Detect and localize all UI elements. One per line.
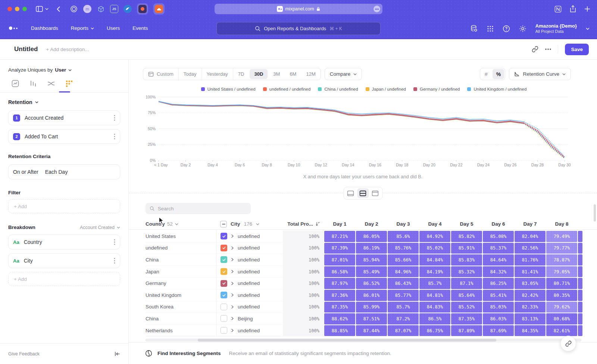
criteria-card[interactable]: On or After Each Day <box>8 164 120 179</box>
retention-value-cell[interactable]: 81.41% <box>514 266 546 278</box>
retention-chart[interactable]: 100%75%50%25%0%< 1 DayDay 2Day 4Day 6Day… <box>142 93 582 174</box>
retention-value-cell[interactable]: 87.21% <box>324 230 356 242</box>
nav-link-dashboards[interactable]: Dashboards <box>31 25 58 31</box>
sidebar-chevron-icon[interactable] <box>45 8 49 10</box>
share-link-fab[interactable] <box>560 336 576 351</box>
retention-value-cell[interactable]: 86.25% <box>482 277 514 289</box>
retention-value-cell[interactable]: 80.71% <box>546 277 578 289</box>
retention-value-cell[interactable]: 79.49% <box>546 230 578 242</box>
data-management-icon[interactable] <box>470 25 478 32</box>
row-checkbox[interactable] <box>221 315 227 322</box>
retention-value-cell[interactable]: 85.32% <box>451 266 482 278</box>
retention-value-cell[interactable]: 84.35% <box>514 325 546 337</box>
retention-value-cell[interactable]: 85.66% <box>387 254 419 266</box>
absolute-mode-button[interactable]: # <box>480 68 492 80</box>
day-column-header[interactable]: Day 4 <box>419 221 451 227</box>
retention-value-cell[interactable]: 84.32% <box>482 266 514 278</box>
retention-value-cell[interactable]: 88.85% <box>324 325 356 337</box>
day-column-header[interactable]: Day 5 <box>451 221 482 227</box>
retention-value-cell[interactable]: 87.35% <box>324 301 356 313</box>
day-column-header[interactable]: Day 3 <box>387 221 419 227</box>
new-tab-icon[interactable] <box>584 6 590 12</box>
retention-value-cell[interactable]: 87.89% <box>451 325 482 337</box>
retention-value-cell[interactable]: 83.05% <box>514 277 546 289</box>
retention-value-cell[interactable]: 87.36% <box>324 289 356 301</box>
retention-value-cell[interactable]: 79.05% <box>546 266 578 278</box>
retention-value-cell[interactable]: 87.01% <box>324 254 356 266</box>
retention-value-cell[interactable]: 85.76% <box>387 242 419 254</box>
breakdown-city[interactable]: AaCity <box>8 253 120 268</box>
date-range-12m[interactable]: 12M <box>301 68 320 80</box>
kebab-menu-icon[interactable] <box>114 258 115 264</box>
address-more-icon[interactable]: ••• <box>373 6 380 12</box>
legend-item[interactable]: undefined / undefined <box>263 87 311 91</box>
extension-bird-icon[interactable] <box>124 5 132 13</box>
city-column-header[interactable]: City176 <box>216 219 283 229</box>
apps-grid-icon[interactable] <box>487 25 494 32</box>
retention-value-cell[interactable]: 86.19% <box>356 242 387 254</box>
retention-value-cell[interactable]: 82.04% <box>514 230 546 242</box>
retention-value-cell[interactable]: 84.19% <box>419 266 451 278</box>
copy-link-icon[interactable] <box>532 46 538 53</box>
extension-cube-icon[interactable] <box>97 5 105 13</box>
save-button[interactable]: Save <box>565 44 589 55</box>
percent-mode-button[interactable]: % <box>493 69 504 79</box>
retention-value-cell[interactable]: 82.61% <box>546 325 578 337</box>
retention-value-cell[interactable]: 80.35% <box>546 289 578 301</box>
analyze-value[interactable]: User <box>55 67 66 73</box>
settings-gear-icon[interactable] <box>519 25 526 32</box>
step-event-label[interactable]: Added To Cart <box>25 134 58 139</box>
breakdown-property-label[interactable]: Country <box>24 239 42 245</box>
retention-value-cell[interactable]: 79.62% <box>546 301 578 313</box>
retention-value-cell[interactable]: 85.91% <box>451 242 482 254</box>
date-range-yesterday[interactable]: Yesterday <box>202 68 233 80</box>
retention-value-cell[interactable]: 86.01% <box>356 289 387 301</box>
date-range-30d[interactable]: 30D <box>250 69 268 79</box>
segments-title[interactable]: Find Interesting Segments <box>157 351 221 356</box>
retention-value-cell[interactable]: 87.69% <box>482 325 514 337</box>
criteria-on-or-after[interactable]: On or After <box>13 169 38 175</box>
legend-item[interactable]: United States / undefined <box>201 87 256 91</box>
row-checkbox[interactable] <box>221 304 227 310</box>
retention-value-cell[interactable]: 87.39% <box>324 242 356 254</box>
date-range-6m[interactable]: 6M <box>285 68 301 80</box>
retention-value-cell[interactable]: 85.03% <box>482 301 514 313</box>
add-description[interactable]: + Add description... <box>46 47 89 52</box>
retention-value-cell[interactable]: 86.43% <box>387 277 419 289</box>
add-filter-button[interactable]: + Add <box>8 199 120 213</box>
layout-table-only-icon[interactable] <box>369 188 381 198</box>
retention-value-cell[interactable]: 85.37% <box>482 242 514 254</box>
retention-value-cell[interactable]: 86.5% <box>419 313 451 325</box>
layout-split-icon[interactable] <box>357 188 369 198</box>
date-range-3m[interactable]: 3M <box>268 68 285 80</box>
retention-value-cell[interactable]: 85.7% <box>387 301 419 313</box>
retention-value-cell[interactable]: 84.83% <box>419 301 451 313</box>
back-icon[interactable] <box>57 6 60 12</box>
retention-value-cell[interactable]: 87.51% <box>356 313 387 325</box>
date-range-custom[interactable]: Custom <box>143 68 179 80</box>
retention-value-cell[interactable]: 85.49% <box>356 266 387 278</box>
breakdown-country[interactable]: AaCountry <box>8 235 120 250</box>
nav-link-events[interactable]: Events <box>132 25 148 31</box>
table-search[interactable] <box>146 203 251 214</box>
legend-item[interactable]: United Kingdom / undefined <box>467 87 526 91</box>
retention-value-cell[interactable]: 85.08% <box>482 230 514 242</box>
horizontal-scrollbar[interactable] <box>146 339 581 342</box>
sidebar-toggle-icon[interactable] <box>36 6 43 12</box>
retention-value-cell[interactable]: 84.84% <box>419 254 451 266</box>
more-options-icon[interactable] <box>545 48 551 50</box>
retention-value-cell[interactable]: 84.81% <box>419 289 451 301</box>
collapse-sidebar-icon[interactable] <box>115 351 120 357</box>
hscroll-thumb[interactable] <box>198 339 496 342</box>
criteria-each-day[interactable]: Each Day <box>45 169 68 175</box>
retention-value-cell[interactable]: 86.03% <box>482 313 514 325</box>
retention-value-cell[interactable]: 85.7% <box>419 277 451 289</box>
retention-value-cell[interactable]: 88.62% <box>324 313 356 325</box>
retention-value-cell[interactable]: 82.33% <box>514 301 546 313</box>
retention-value-cell[interactable]: 85.77% <box>387 289 419 301</box>
retention-value-cell[interactable]: 85.94% <box>356 254 387 266</box>
retention-value-cell[interactable]: 85.64% <box>451 289 482 301</box>
extension-avatar-icon[interactable]: m <box>83 5 91 13</box>
retention-value-cell[interactable]: 85.52% <box>451 301 482 313</box>
date-range-today[interactable]: Today <box>179 68 202 80</box>
